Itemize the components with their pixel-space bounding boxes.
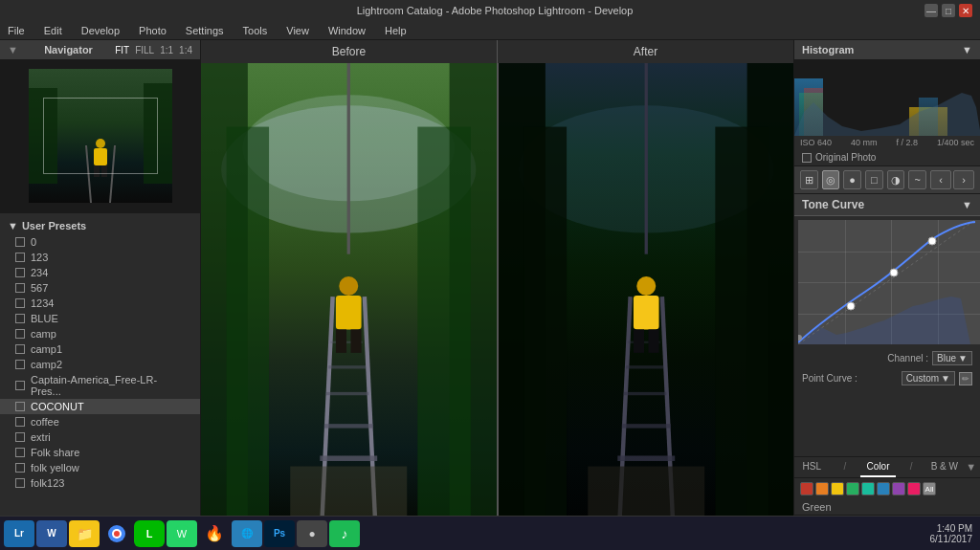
taskbar-app10[interactable]: ● xyxy=(297,520,327,547)
color-grading-tool-icon[interactable]: □ xyxy=(865,170,883,189)
preset-camp1[interactable]: camp1 xyxy=(0,341,200,357)
swatch-orange[interactable] xyxy=(815,482,829,495)
preset-camp[interactable]: camp xyxy=(0,326,200,341)
menu-view[interactable]: View xyxy=(282,25,313,36)
swatch-all[interactable]: All xyxy=(923,482,936,495)
svg-rect-32 xyxy=(523,127,566,519)
svg-rect-41 xyxy=(626,365,663,368)
center-content: Before After xyxy=(201,40,793,550)
preset-captain[interactable]: Captain-America_Free-LR-Pres... xyxy=(0,372,200,399)
tone-curve-title: Tone Curve xyxy=(802,198,864,211)
preset-icon xyxy=(15,298,25,308)
point-curve-dropdown-arrow: ▼ xyxy=(941,373,950,384)
svg-rect-28 xyxy=(290,467,407,519)
preset-folkyellow[interactable]: folk yellow xyxy=(0,460,200,475)
channel-value: Blue xyxy=(937,353,956,363)
menu-settings[interactable]: Settings xyxy=(182,25,228,36)
hsl-separator2: / xyxy=(896,457,927,477)
channel-dropdown[interactable]: Blue ▼ xyxy=(932,351,972,365)
nav-1to4[interactable]: 1:4 xyxy=(179,45,192,55)
menu-help[interactable]: Help xyxy=(381,25,411,36)
preset-567[interactable]: 567 xyxy=(0,280,200,296)
menu-tools[interactable]: Tools xyxy=(239,25,272,36)
svg-rect-1 xyxy=(29,88,57,184)
window-title: Lightroom Catalog - Adobe Photoshop Ligh… xyxy=(65,5,924,16)
iso-value: ISO 640 xyxy=(800,138,832,147)
swatch-yellow[interactable] xyxy=(831,482,844,495)
preset-folkshare[interactable]: Folk share xyxy=(0,445,200,460)
taskbar-whatsapp[interactable]: W xyxy=(167,520,197,547)
preset-camp2[interactable]: camp2 xyxy=(0,357,200,372)
minimize-button[interactable]: — xyxy=(924,4,938,17)
preset-icon xyxy=(15,283,25,293)
tab-color[interactable]: Color xyxy=(860,457,896,477)
tone-curve-tool-icon active[interactable]: ◎ xyxy=(822,170,840,189)
preset-icon xyxy=(15,402,25,411)
taskbar-explorer[interactable]: 📁 xyxy=(69,520,100,547)
basic-tool-icon[interactable]: ⊞ xyxy=(800,170,818,189)
svg-rect-47 xyxy=(588,467,704,519)
preset-234[interactable]: 234 xyxy=(0,265,200,280)
preset-extri[interactable]: extri xyxy=(0,429,200,445)
preset-1234[interactable]: 1234 xyxy=(0,296,200,311)
svg-line-53 xyxy=(798,220,975,344)
taskbar-lightroom[interactable]: Lr xyxy=(4,520,34,547)
swatch-purple[interactable] xyxy=(892,482,905,495)
preset-0[interactable]: 0 xyxy=(0,234,200,250)
taskbar-spotify[interactable]: ♪ xyxy=(329,520,360,547)
next-tool-icon[interactable]: › xyxy=(953,170,974,189)
original-photo-checkbox[interactable] xyxy=(802,153,812,163)
before-image xyxy=(201,63,499,519)
swatch-cyan[interactable] xyxy=(861,482,875,495)
tab-hsl[interactable]: HSL xyxy=(794,457,830,477)
taskbar-network[interactable]: 🌐 xyxy=(232,520,262,547)
nav-fit[interactable]: FIT xyxy=(115,45,129,55)
menu-window[interactable]: Window xyxy=(324,25,369,36)
swatch-magenta[interactable] xyxy=(907,482,921,495)
focal-value: 40 mm xyxy=(851,138,878,147)
histogram-section: Histogram ▼ xyxy=(794,40,980,166)
menu-edit[interactable]: Edit xyxy=(40,25,66,36)
taskbar-word[interactable]: W xyxy=(36,520,67,547)
detail-tool-icon[interactable]: ◑ xyxy=(887,170,905,189)
svg-rect-45 xyxy=(633,329,643,352)
menu-develop[interactable]: Develop xyxy=(78,25,123,36)
navigator-header: ▼ Navigator FIT FILL 1:1 1:4 xyxy=(0,40,200,60)
prev-tool-icon[interactable]: ‹ xyxy=(930,170,951,189)
preset-coffee[interactable]: coffee xyxy=(0,414,200,429)
swatch-blue[interactable] xyxy=(877,482,890,495)
preset-icon xyxy=(15,268,25,277)
maximize-button[interactable]: □ xyxy=(942,4,955,17)
menu-photo[interactable]: Photo xyxy=(135,25,170,36)
nav-1to1[interactable]: 1:1 xyxy=(160,45,173,55)
right-panel: Histogram ▼ xyxy=(793,40,980,550)
nav-fill[interactable]: FILL xyxy=(135,45,154,55)
preset-icon xyxy=(15,463,25,473)
swatch-green[interactable] xyxy=(846,482,859,495)
point-curve-dropdown[interactable]: Custom ▼ xyxy=(902,371,955,385)
svg-rect-7 xyxy=(94,165,100,177)
histogram-arrow: ▼ xyxy=(962,44,972,55)
preset-folk123[interactable]: folk123 xyxy=(0,475,200,491)
taskbar-photoshop[interactable]: Ps xyxy=(264,520,295,547)
effects-tool-icon[interactable]: ~ xyxy=(908,170,926,189)
swatch-red[interactable] xyxy=(800,482,813,495)
taskbar-firefox[interactable]: 🔥 xyxy=(199,520,230,547)
curve-graph[interactable] xyxy=(798,220,980,344)
pencil-tool-icon[interactable]: ✏ xyxy=(959,372,972,385)
taskbar-chrome[interactable] xyxy=(101,520,132,547)
close-button[interactable]: ✕ xyxy=(959,4,972,17)
preset-icon xyxy=(15,478,25,488)
hsl-tool-icon[interactable]: ● xyxy=(843,170,861,189)
presets-header[interactable]: ▼ User Presets xyxy=(0,217,200,234)
original-photo-row: Original Photo xyxy=(794,149,980,165)
menu-file[interactable]: File xyxy=(4,25,29,36)
tab-bw[interactable]: B & W xyxy=(927,457,963,477)
preset-coconut[interactable]: COCONUT xyxy=(0,399,200,414)
navigator-options: FIT FILL 1:1 1:4 xyxy=(115,45,192,55)
taskbar-line[interactable]: L xyxy=(134,520,165,547)
preset-123[interactable]: 123 xyxy=(0,250,200,265)
channel-dropdown-arrow: ▼ xyxy=(958,353,968,363)
navigator-preview xyxy=(0,60,200,213)
preset-blue[interactable]: BLUE xyxy=(0,311,200,326)
